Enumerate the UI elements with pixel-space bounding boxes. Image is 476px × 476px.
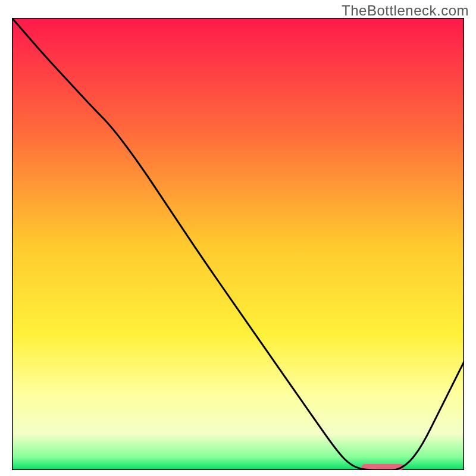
watermark-label: TheBottleneck.com: [342, 2, 469, 19]
gradient-panel: [12, 18, 464, 470]
plot-area: [12, 18, 464, 470]
chart-stage: TheBottleneck.com: [0, 0, 476, 476]
bottleneck-plot: [12, 18, 464, 470]
